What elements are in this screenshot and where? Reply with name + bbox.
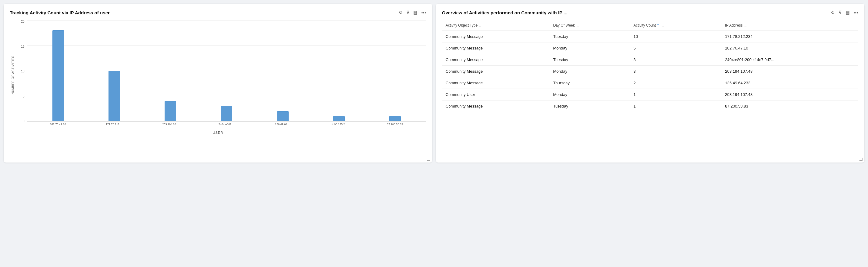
table-actions: ↻ ⊽ ▦ •••	[831, 10, 858, 15]
cell-5-day_of_week: Monday	[550, 89, 630, 101]
table-title: Overview of Activities performed on Comm…	[442, 10, 754, 15]
chart-card: Tracking Activity Count via IP Address o…	[4, 4, 432, 162]
table-container: Activity Object Type Day Of Week Activit…	[442, 20, 858, 112]
bar-col-1	[105, 20, 123, 121]
bar-4[interactable]	[277, 111, 289, 121]
x-label-1: 171.78.212....	[105, 122, 123, 130]
bar-col-4	[274, 20, 292, 121]
cell-0-ip_address: 171.78.212.234	[721, 31, 858, 43]
cell-1-day_of_week: Monday	[550, 43, 630, 54]
col-activity-count-chevron-icon[interactable]	[661, 24, 664, 27]
x-axis-label: USER	[213, 131, 223, 134]
chart-filter-icon[interactable]: ⊽	[406, 10, 410, 15]
col-activity-count-label: Activity Count	[633, 23, 656, 27]
table-row: Community MessageMonday3203.194.107.48	[442, 66, 858, 77]
bar-col-0	[49, 20, 67, 121]
table-resize-handle[interactable]	[860, 158, 863, 161]
bar-col-5	[330, 20, 348, 121]
chart-refresh-icon[interactable]: ↻	[399, 10, 403, 15]
bar-col-2	[161, 20, 180, 121]
cell-6-activity_object: Community Message	[442, 101, 550, 112]
cell-4-ip_address: 136.49.64.233	[721, 77, 858, 89]
cell-6-ip_address: 87.200.58.83	[721, 101, 858, 112]
cell-6-day_of_week: Tuesday	[550, 101, 630, 112]
table-chart-icon[interactable]: ▦	[845, 10, 850, 15]
col-day-of-week-label: Day Of Week	[553, 23, 575, 27]
table-row: Community MessageMonday5182.76.47.10	[442, 43, 858, 54]
cell-2-activity_count: 3	[630, 54, 721, 66]
y-tick-0: 0	[17, 120, 24, 123]
col-activity-count-sort-icon[interactable]: ⇅	[657, 24, 660, 27]
gridlines	[27, 20, 426, 122]
table-row: Community MessageTuesday187.200.58.83	[442, 101, 858, 112]
x-labels: 182.76.47.10171.78.212....203.194.10...2…	[27, 122, 426, 130]
table-row: Community MessageTuesday32404:e801:200e:…	[442, 54, 858, 66]
col-ip-address[interactable]: IP Address	[721, 20, 858, 31]
cell-3-activity_count: 3	[630, 66, 721, 77]
table-header-row: Activity Object Type Day Of Week Activit…	[442, 20, 858, 31]
table-card: Overview of Activities performed on Comm…	[436, 4, 864, 162]
col-day-of-week-chevron-icon[interactable]	[576, 24, 579, 27]
data-table: Activity Object Type Day Of Week Activit…	[442, 20, 858, 112]
bar-3[interactable]	[221, 106, 232, 121]
cell-4-day_of_week: Thursday	[550, 77, 630, 89]
y-tick-20: 20	[17, 20, 24, 23]
cell-0-activity_object: Community Message	[442, 31, 550, 43]
chart-area: NUMBER OF ACTIVITIES 0 5 10 15 20	[10, 20, 426, 142]
x-label-3: 2404:e801:...	[217, 122, 236, 130]
cell-3-activity_object: Community Message	[442, 66, 550, 77]
x-label-6: 87.200.58.83	[386, 122, 404, 130]
table-row: Community MessageTuesday10171.78.212.234	[442, 31, 858, 43]
col-ip-address-chevron-icon[interactable]	[744, 24, 747, 27]
cell-3-day_of_week: Monday	[550, 66, 630, 77]
cell-5-activity_object: Community User	[442, 89, 550, 101]
bars-area: 182.76.47.10171.78.212....203.194.10...2…	[27, 20, 426, 130]
col-ip-address-label: IP Address	[725, 23, 743, 27]
chart-type-icon[interactable]: ▦	[413, 10, 417, 15]
table-card-header: Overview of Activities performed on Comm…	[442, 10, 858, 15]
cell-2-ip_address: 2404:e801:200e:14c7:9d7...	[721, 54, 858, 66]
y-axis-label: NUMBER OF ACTIVITIES	[10, 20, 16, 130]
cell-0-activity_count: 10	[630, 31, 721, 43]
bar-5[interactable]	[333, 116, 345, 121]
chart-more-icon[interactable]: •••	[421, 10, 426, 15]
cell-1-activity_object: Community Message	[442, 43, 550, 54]
table-row: Community UserMonday1203.194.107.48	[442, 89, 858, 101]
bar-col-3	[217, 20, 236, 121]
chart-actions: ↻ ⊽ ▦ •••	[399, 10, 426, 15]
table-more-icon[interactable]: •••	[854, 10, 858, 15]
cell-4-activity_count: 2	[630, 77, 721, 89]
bar-col-6	[386, 20, 404, 121]
cell-1-activity_count: 5	[630, 43, 721, 54]
y-tick-10: 10	[17, 70, 24, 73]
table-refresh-icon[interactable]: ↻	[831, 10, 835, 15]
resize-handle[interactable]	[427, 158, 430, 161]
chart-title: Tracking Activity Count via IP Address o…	[10, 10, 322, 15]
bar-6[interactable]	[389, 116, 401, 121]
chart-wrapper: NUMBER OF ACTIVITIES 0 5 10 15 20	[10, 20, 426, 130]
bar-1[interactable]	[108, 71, 120, 122]
table-head: Activity Object Type Day Of Week Activit…	[442, 20, 858, 31]
col-activity-object[interactable]: Activity Object Type	[442, 20, 550, 31]
chart-inner: 0 5 10 15 20	[17, 20, 426, 130]
x-label-5: 14.98.125.2...	[330, 122, 348, 130]
chart-card-header: Tracking Activity Count via IP Address o…	[10, 10, 426, 15]
cell-2-activity_object: Community Message	[442, 54, 550, 66]
bar-2[interactable]	[164, 101, 176, 121]
x-label-0: 182.76.47.10	[49, 122, 67, 130]
bar-0[interactable]	[53, 30, 64, 121]
y-ticks: 0 5 10 15 20	[17, 20, 24, 130]
col-activity-count[interactable]: Activity Count ⇅	[630, 20, 721, 31]
col-activity-object-chevron-icon[interactable]	[479, 24, 482, 27]
cell-1-ip_address: 182.76.47.10	[721, 43, 858, 54]
table-row: Community MessageThursday2136.49.64.233	[442, 77, 858, 89]
cell-0-day_of_week: Tuesday	[550, 31, 630, 43]
col-day-of-week[interactable]: Day Of Week	[550, 20, 630, 31]
cell-4-activity_object: Community Message	[442, 77, 550, 89]
x-label-2: 203.194.10...	[161, 122, 180, 130]
col-activity-object-label: Activity Object Type	[445, 23, 477, 27]
cell-6-activity_count: 1	[630, 101, 721, 112]
table-body: Community MessageTuesday10171.78.212.234…	[442, 31, 858, 112]
y-tick-5: 5	[17, 95, 24, 98]
table-filter-icon[interactable]: ⊽	[838, 10, 842, 15]
